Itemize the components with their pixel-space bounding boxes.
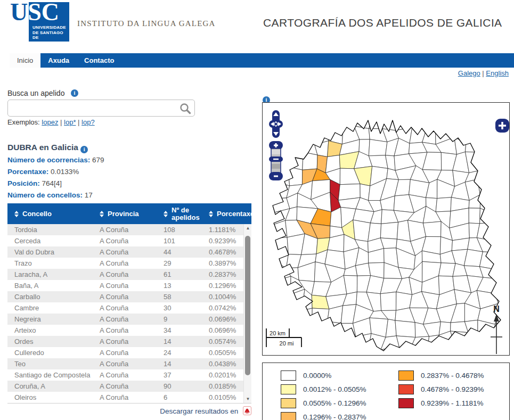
concello-cell[interactable] bbox=[399, 347, 413, 355]
example-lop-q[interactable]: lop? bbox=[81, 118, 95, 126]
concello-cell[interactable] bbox=[263, 197, 273, 213]
concello-cell[interactable] bbox=[468, 333, 483, 353]
concello-cell[interactable] bbox=[480, 103, 495, 114]
scroll-up-icon[interactable]: ▲ bbox=[244, 224, 252, 232]
concello-cell[interactable] bbox=[493, 210, 509, 225]
concello-cell[interactable] bbox=[494, 346, 509, 356]
concello-cell[interactable] bbox=[288, 140, 303, 158]
concello-cells[interactable] bbox=[263, 103, 509, 355]
concello-cell[interactable] bbox=[311, 332, 332, 350]
usc-logo[interactable]: USC UNIVERSIDADE DE SANTIAGO DE COMPOSTE… bbox=[7, 2, 69, 42]
concello-cell[interactable] bbox=[311, 349, 332, 356]
table-row[interactable]: Baña, AA Coruña130.1296% bbox=[7, 280, 251, 291]
concello-cell[interactable] bbox=[463, 110, 480, 130]
sort-icon[interactable] bbox=[14, 211, 19, 217]
concello-cell[interactable] bbox=[439, 331, 456, 351]
header-porcentaxe[interactable]: Porcentaxe bbox=[202, 210, 243, 218]
concello-cell[interactable] bbox=[263, 348, 276, 355]
concello-cell[interactable] bbox=[285, 130, 301, 143]
concello-cell[interactable] bbox=[479, 345, 497, 355]
table-row[interactable]: CulleredoA Coruña240.0505% bbox=[7, 347, 251, 358]
table-row[interactable]: CambreA Coruña300.0742% bbox=[7, 302, 251, 314]
concello-cell[interactable] bbox=[380, 103, 397, 117]
table-row[interactable]: CarballoA Coruña580.1004% bbox=[7, 291, 251, 302]
concello-cell[interactable] bbox=[324, 332, 342, 351]
table-row[interactable]: TrazoA Coruña290.3897% bbox=[7, 258, 251, 269]
concello-cell[interactable] bbox=[494, 166, 509, 186]
concello-cell[interactable] bbox=[263, 310, 276, 323]
concello-cell[interactable] bbox=[409, 179, 429, 197]
concello-cell[interactable] bbox=[302, 308, 312, 324]
header-provincia[interactable]: Provincia bbox=[93, 210, 157, 218]
concello-cell[interactable] bbox=[273, 306, 287, 319]
concello-cell[interactable] bbox=[263, 103, 274, 112]
concello-cell[interactable] bbox=[353, 103, 373, 116]
concello-cell[interactable] bbox=[395, 320, 415, 337]
concello-cell[interactable] bbox=[303, 152, 317, 170]
concello-cell[interactable] bbox=[466, 103, 480, 114]
concello-cell[interactable] bbox=[263, 294, 273, 311]
concello-cell[interactable] bbox=[353, 220, 371, 242]
concello-cell[interactable] bbox=[263, 252, 277, 265]
search-input[interactable] bbox=[12, 102, 174, 114]
concello-cell[interactable] bbox=[478, 333, 497, 347]
layer-switcher-button[interactable] bbox=[495, 119, 509, 133]
concello-cell[interactable] bbox=[271, 294, 290, 310]
tab-axuda[interactable]: Axuda bbox=[40, 53, 77, 68]
search-icon[interactable] bbox=[179, 102, 192, 115]
concello-cell[interactable] bbox=[479, 252, 498, 269]
concello-cell[interactable] bbox=[301, 113, 316, 131]
tab-contacto[interactable]: Contacto bbox=[77, 53, 121, 68]
concello-cell[interactable] bbox=[508, 166, 509, 186]
concello-cell[interactable] bbox=[451, 103, 469, 114]
table-row[interactable]: OrdesA Coruña140.0574% bbox=[7, 336, 251, 347]
concello-cell[interactable] bbox=[328, 103, 346, 116]
concello-cell[interactable] bbox=[426, 345, 441, 355]
concello-cell[interactable] bbox=[412, 103, 426, 117]
concello-cell[interactable] bbox=[493, 269, 507, 279]
concello-cell[interactable] bbox=[285, 345, 305, 355]
table-row[interactable]: TordoiaA Coruña1081.1181% bbox=[7, 224, 251, 235]
concello-cell[interactable] bbox=[409, 348, 428, 355]
concello-cell[interactable] bbox=[284, 318, 302, 338]
concello-cell[interactable] bbox=[316, 103, 329, 116]
concello-cell[interactable] bbox=[493, 196, 509, 214]
concello-cell[interactable] bbox=[506, 332, 509, 351]
concello-cell[interactable] bbox=[492, 103, 509, 118]
concello-cell[interactable] bbox=[312, 308, 329, 324]
table-row[interactable]: TeoA Coruña140.0438% bbox=[7, 358, 251, 369]
concello-cell[interactable] bbox=[506, 317, 509, 333]
concello-cell[interactable] bbox=[439, 263, 456, 277]
concello-cell[interactable] bbox=[368, 349, 388, 355]
scrollbar-thumb[interactable] bbox=[245, 236, 250, 375]
header-concello[interactable]: Concello bbox=[7, 210, 93, 218]
concello-cell[interactable] bbox=[395, 103, 414, 117]
concello-cell[interactable] bbox=[283, 111, 303, 131]
concello-cell[interactable] bbox=[507, 156, 509, 166]
concello-cell[interactable] bbox=[287, 289, 305, 310]
concello-cell[interactable] bbox=[463, 128, 480, 144]
concello-cell[interactable] bbox=[312, 322, 332, 332]
concello-cell[interactable] bbox=[283, 103, 303, 115]
zoom-slider[interactable] bbox=[269, 141, 283, 180]
concello-cell[interactable] bbox=[505, 103, 509, 118]
table-row[interactable]: Val do DubraA Coruña440.4678% bbox=[7, 246, 251, 258]
concello-cell[interactable] bbox=[505, 239, 509, 256]
pdf-icon[interactable] bbox=[243, 406, 251, 415]
concello-cell[interactable] bbox=[435, 111, 453, 126]
table-row[interactable]: CercedaA Coruña1010.9239% bbox=[7, 235, 251, 246]
concello-cell[interactable] bbox=[477, 111, 495, 129]
concello-cell[interactable] bbox=[507, 137, 509, 159]
concello-cell[interactable] bbox=[297, 103, 317, 115]
concello-cell[interactable] bbox=[425, 111, 438, 126]
concello-cell[interactable] bbox=[436, 345, 456, 355]
concello-cell[interactable] bbox=[263, 235, 277, 253]
table-row[interactable]: NegreiraA Coruña90.0696% bbox=[7, 314, 251, 325]
concello-cell[interactable] bbox=[346, 103, 360, 116]
search-info-icon[interactable] bbox=[71, 89, 78, 97]
concello-cell[interactable] bbox=[451, 110, 469, 130]
concello-cell[interactable] bbox=[493, 185, 509, 196]
result-info-icon[interactable] bbox=[80, 146, 88, 153]
concello-cell[interactable] bbox=[369, 111, 382, 129]
lang-english-link[interactable]: English bbox=[486, 69, 509, 77]
